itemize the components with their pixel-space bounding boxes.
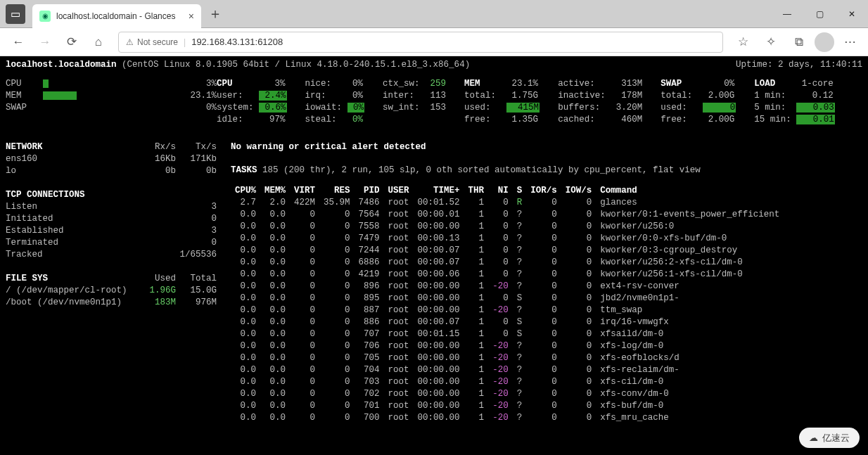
fs-row: /boot (/dev/nvme0n1p1)183M976M xyxy=(6,297,217,309)
proc-row[interactable]: 0.00.0006886root00:00.0710?00kworker/u25… xyxy=(231,257,784,269)
address-bar[interactable]: ⚠Not secure | 192.168.43.131:61208 xyxy=(118,32,723,53)
sum-mem-label: MEM xyxy=(6,91,22,101)
sum-cpu-bar xyxy=(43,79,49,88)
os-string: (CentOS Linux 8.0.1905 64bit / Linux 4.1… xyxy=(122,60,470,70)
alert-line: No warning or critical alert detected xyxy=(231,141,862,153)
proc-row[interactable]: 0.00.000704root00:00.001-20?00xfs-reclai… xyxy=(231,364,784,376)
browser-toolbar: ← → ⟳ ⌂ ⚠Not secure | 192.168.43.131:612… xyxy=(0,28,868,56)
sum-swap-pct: 0% xyxy=(206,102,217,114)
proc-row[interactable]: 0.00.000700root00:00.001-20?00xfs_mru_ca… xyxy=(231,412,784,424)
proc-row[interactable]: 0.00.000703root00:00.001-20?00xfs-cil/dm… xyxy=(231,376,784,388)
summary-bars: CPU 3% MEM 23.1% SWAP0% xyxy=(6,78,217,126)
proc-row[interactable]: 0.00.0007244root00:00.0710?00kworker/0:3… xyxy=(231,245,784,257)
tcp-row: Listen3 xyxy=(6,201,217,213)
tcp-row: Tracked1/65536 xyxy=(6,249,217,261)
tab-close-icon[interactable]: × xyxy=(189,11,194,22)
cpu-block-b: nice: 0%irq: 0%iowait: 0%steal: 0% xyxy=(305,78,365,126)
uptime-value: 2 days, 11:40:11 xyxy=(778,60,862,70)
proc-row[interactable]: 0.00.0007558root00:00.0010?00kworker/u25… xyxy=(231,221,784,233)
sum-swap-label: SWAP xyxy=(6,102,27,114)
proc-row[interactable]: 2.72.0422M35.9M7486root00:01.5210R00glan… xyxy=(231,197,784,209)
proc-col-ni[interactable]: NI xyxy=(488,185,513,197)
proc-row[interactable]: 0.00.000895root00:00.0010S00jbd2/nvme0n1… xyxy=(231,293,784,305)
new-tab-button[interactable]: ＋ xyxy=(205,4,225,24)
tcp-row: Initiated0 xyxy=(6,213,217,225)
proc-row[interactable]: 0.00.000707root00:01.1510S00xfsaild/dm-0 xyxy=(231,328,784,340)
tab-favicon-icon: ◉ xyxy=(39,11,51,22)
filesys-header: FILE SYS Used Total xyxy=(6,273,217,285)
proc-col-thr[interactable]: THR xyxy=(464,185,489,197)
network-header: NETWORK Rx/s Tx/s xyxy=(6,141,217,153)
mem-block-a: MEM 23.1%total: 1.75Gused: 415Mfree: 1.3… xyxy=(464,78,540,126)
profile-avatar[interactable] xyxy=(815,32,834,52)
proc-row[interactable]: 0.00.0004219root00:00.0610?00kworker/u25… xyxy=(231,269,784,281)
proc-row[interactable]: 0.00.000701root00:00.001-20?00xfs-buf/dm… xyxy=(231,400,784,412)
browser-tab[interactable]: ◉ localhost.localdomain - Glances × xyxy=(32,4,201,28)
process-table: CPU%MEM%VIRTRESPIDUSERTIME+THRNISIOR/sIO… xyxy=(231,185,784,424)
tcp-row: Terminated0 xyxy=(6,237,217,249)
load-block: LOAD 1-core1 min: 0.125 min: 0.0315 min:… xyxy=(754,78,835,126)
proc-col-pid[interactable]: PID xyxy=(355,185,384,197)
window-menu-icon[interactable]: ▭ xyxy=(6,4,25,24)
sum-mem-bar xyxy=(43,91,77,100)
proc-row[interactable]: 0.00.000706root00:00.001-20?00xfs-log/dm… xyxy=(231,340,784,352)
proc-col-cpu-[interactable]: CPU% xyxy=(231,185,260,197)
proc-col-virt[interactable]: VIRT xyxy=(290,185,319,197)
url-text: 192.168.43.131:61208 xyxy=(191,37,283,47)
proc-row[interactable]: 0.00.000705root00:00.001-20?00xfs-eofblo… xyxy=(231,352,784,364)
proc-row[interactable]: 0.00.000887root00:00.001-20?00ttm_swap xyxy=(231,305,784,316)
window-maximize-button[interactable]: ▢ xyxy=(803,0,836,28)
proc-row[interactable]: 0.00.000896root00:00.001-20?00ext4-rsv-c… xyxy=(231,281,784,293)
fs-row: / (/dev/mapper/cl-root)1.96G15.0G xyxy=(6,285,217,297)
not-secure-icon: ⚠ xyxy=(126,37,134,47)
proc-col-res[interactable]: RES xyxy=(319,185,355,197)
home-button[interactable]: ⌂ xyxy=(86,31,111,53)
tcp-header: TCP CONNECTIONS xyxy=(6,189,217,201)
proc-col-command[interactable]: Command xyxy=(596,185,784,197)
cpu-block-c: ctx_sw: 259inter: 113sw_int: 153 xyxy=(383,78,446,126)
network-row: lo0b0b xyxy=(6,165,217,177)
proc-col-user[interactable]: USER xyxy=(384,185,414,197)
proc-col-time-[interactable]: TIME+ xyxy=(414,185,464,197)
proc-col-iow-s[interactable]: IOW/s xyxy=(561,185,596,197)
cpu-block-a: CPU 3%user: 2.4%system: 0.6%idle: 97% xyxy=(217,78,287,126)
uptime-label: Uptime: xyxy=(736,60,773,70)
extensions-button[interactable]: ⧉ xyxy=(786,31,812,53)
menu-button[interactable]: ⋯ xyxy=(837,31,862,53)
forward-button[interactable]: → xyxy=(32,31,58,53)
favorites-button[interactable]: ☆ xyxy=(730,31,755,53)
proc-col-s[interactable]: S xyxy=(513,185,527,197)
tcp-row: Established3 xyxy=(6,225,217,237)
proc-row[interactable]: 0.00.0007564root00:00.0110?00kworker/0:1… xyxy=(231,209,784,221)
watermark: ☁ 亿速云 xyxy=(799,428,860,448)
window-close-button[interactable]: ✕ xyxy=(836,0,868,28)
sum-cpu-pct: 3% xyxy=(206,78,217,90)
tab-title: localhost.localdomain - Glances xyxy=(56,11,175,21)
proc-row[interactable]: 0.00.000702root00:00.001-20?00xfs-conv/d… xyxy=(231,388,784,400)
tasks-line: TASKS 185 (200 thr), 2 run, 105 slp, 0 o… xyxy=(231,165,862,177)
proc-row[interactable]: 0.00.000886root00:00.0710S00irq/16-vmwgf… xyxy=(231,316,784,328)
proc-col-mem-[interactable]: MEM% xyxy=(260,185,290,197)
proc-row[interactable]: 0.00.0007479root00:00.1310?00kworker/0:0… xyxy=(231,233,784,245)
back-button[interactable]: ← xyxy=(6,31,31,53)
cloud-icon: ☁ xyxy=(809,432,818,444)
browser-titlebar: ▭ ◉ localhost.localdomain - Glances × ＋ … xyxy=(0,0,868,28)
mem-block-b: active: 313Minactive: 178Mbuffers: 3.20M… xyxy=(558,78,642,126)
swap-block: SWAP 0%total: 2.00Gused: 0free: 2.00G xyxy=(660,78,736,126)
refresh-button[interactable]: ⟳ xyxy=(59,31,84,53)
proc-col-ior-s[interactable]: IOR/s xyxy=(526,185,561,197)
not-secure-label: Not secure xyxy=(137,37,178,47)
glances-page: localhost.localdomain (CentOS Linux 8.0.… xyxy=(0,56,868,455)
network-row: ens16016Kb171Kb xyxy=(6,153,217,165)
sum-mem-pct: 23.1% xyxy=(190,90,217,102)
sum-cpu-label: CPU xyxy=(6,79,22,89)
window-minimize-button[interactable]: — xyxy=(771,0,803,28)
hostname: localhost.localdomain xyxy=(6,60,117,70)
collections-button[interactable]: ✧ xyxy=(758,31,784,53)
